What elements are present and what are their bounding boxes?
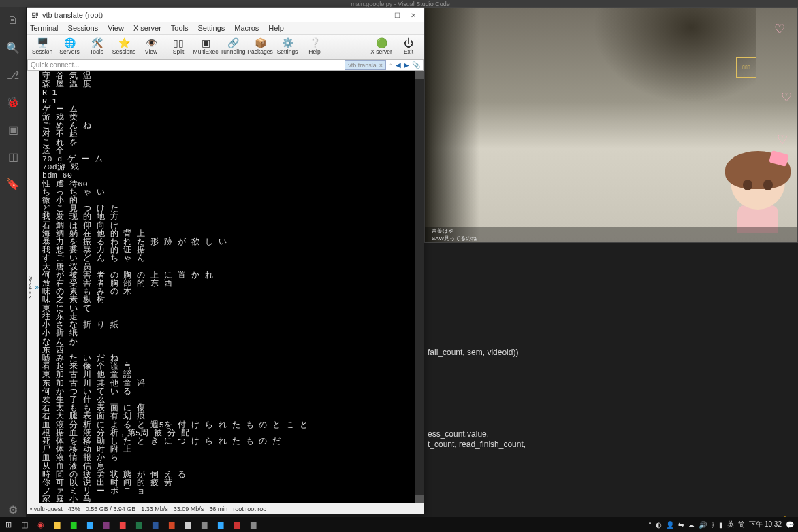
vscode-title: main.google.py - Visual Studio Code <box>351 1 449 7</box>
heart-icon: ♡ <box>774 22 785 37</box>
windows-taskbar: ⊞ ◫ ◉ ▆ ▆ ▆ ▆ ▆ ▆ ▆ ▆ ▆ ▆ ▆ ▆ ▆ ˄ ◐ 👤 ⇆ … <box>0 517 798 532</box>
test-icon[interactable]: ◫ <box>5 149 20 164</box>
moba-status-3: 1.33 Mb/s <box>141 505 168 512</box>
toolbar-split-button[interactable]: ▯▯Split <box>165 35 192 59</box>
app-icon-3[interactable]: ▆ <box>229 517 245 532</box>
extensions-icon[interactable]: ▣ <box>5 122 20 137</box>
moba-status-1: 43% <box>68 505 80 512</box>
tray-up-icon[interactable]: ˄ <box>648 521 652 529</box>
gear-icon[interactable]: ⚙ <box>5 502 20 517</box>
tray-bt-icon[interactable]: ᛒ <box>711 521 715 529</box>
tray-ime-lang[interactable]: 英 <box>727 520 734 529</box>
folder-icon[interactable]: ▆ <box>49 517 65 532</box>
toolbar-help-button[interactable]: ❔Help <box>301 35 328 59</box>
ppt-icon[interactable]: ▆ <box>163 517 180 532</box>
scm-icon[interactable]: ⎇ <box>5 67 20 82</box>
terminal-icon[interactable]: ▆ <box>180 517 196 532</box>
app-icon-2[interactable]: ▆ <box>196 517 212 532</box>
moba-toolbar: 🖥️Session🌐Servers🛠️Tools⭐Sessions👁️View▯… <box>27 35 424 59</box>
quick-connect-placeholder: Quick connect... <box>31 61 80 69</box>
vscode-titlebar: main.google.py - Visual Studio Code <box>0 0 798 7</box>
vscode-activitybar: 🗎 🔍 ⎇ 🐞 ▣ ◫ 🔖 ⚙ <box>0 7 26 517</box>
video-overlay: ♡ ♡ ♡ ▯▯▯ 言葉はや SAW見ってるのね <box>424 7 798 243</box>
prev-icon[interactable]: ◀ <box>396 61 401 69</box>
chrome-icon[interactable]: ◉ <box>33 517 49 532</box>
tray-notif-icon[interactable]: 💬 <box>786 521 794 529</box>
vscode-icon[interactable]: ▆ <box>82 517 98 532</box>
menu-tools[interactable]: Tools <box>171 24 189 32</box>
search-icon[interactable]: 🔍 <box>5 40 20 55</box>
vscode-icon-2[interactable]: ▆ <box>212 517 229 532</box>
word-icon[interactable]: ▆ <box>147 517 163 532</box>
vtuber-avatar <box>724 155 792 237</box>
toolbar-sessions-button[interactable]: ⭐Sessions <box>110 35 138 59</box>
wechat-icon[interactable]: ▆ <box>65 517 82 532</box>
moba-quickconnect[interactable]: Quick connect... vtb transla× ⌂ ◀ ▶ 📎 <box>27 59 424 71</box>
tray-github-icon[interactable]: ◐ <box>656 521 662 529</box>
tray-time[interactable]: 下午 10:32 <box>749 520 782 529</box>
menu-help[interactable]: Help <box>268 24 284 32</box>
menu-settings[interactable]: Settings <box>198 24 225 32</box>
attach-icon[interactable]: 📎 <box>412 61 420 69</box>
maximize-button[interactable]: ☐ <box>389 10 404 20</box>
moba-menubar: Terminal Sessions View X server Tools Se… <box>27 22 424 35</box>
home-icon[interactable]: ⌂ <box>389 61 393 69</box>
game-hud: ▯▯▯ <box>736 57 756 78</box>
menu-xserver[interactable]: X server <box>133 24 161 32</box>
bookmark-icon[interactable]: 🔖 <box>5 176 20 191</box>
system-tray: ˄ ◐ 👤 ⇆ ☁ 🔊 ᛒ ▮ 英 简 下午 10:32 💬 <box>648 520 798 529</box>
next-icon[interactable]: ▶ <box>404 61 409 69</box>
tray-batt-icon[interactable]: ▮ <box>719 521 723 529</box>
heart-icon: ♡ <box>777 132 788 147</box>
toolbar-settings-button[interactable]: ⚙️Settings <box>274 35 301 59</box>
moba-status-6: root root roo <box>233 505 266 512</box>
side-sessions[interactable]: Sessions <box>27 276 33 298</box>
menu-view[interactable]: View <box>108 24 124 32</box>
moba-status-4: 33.09 Mb/s <box>174 505 204 512</box>
toolbar-exit-button[interactable]: ⏻Exit <box>395 35 422 59</box>
app-icon[interactable]: ▆ <box>114 517 131 532</box>
moba-status-5: 36 min <box>209 505 227 512</box>
moba-titlebar[interactable]: 🖳 vtb translate (root) — ☐ ✕ <box>27 8 424 22</box>
app-icon-4[interactable]: ▆ <box>245 517 261 532</box>
tray-ime-mode[interactable]: 简 <box>738 520 745 529</box>
close-icon[interactable]: × <box>379 62 383 69</box>
terminal-output[interactable]: 守 谷 気 温 森 屋 温 度 R 1 R 1 ゲ ー ム 游 戏 类 ご め … <box>39 71 415 503</box>
onenote-icon[interactable]: ▆ <box>98 517 114 532</box>
tray-people-icon[interactable]: 👤 <box>666 521 674 529</box>
moba-app-icon: 🖳 <box>30 10 39 20</box>
moba-status-2: 0.55 GB / 3.94 GB <box>86 505 136 512</box>
toolbar-xserver-button[interactable]: 🟢X server <box>368 35 395 59</box>
side-arrow-icon[interactable]: » <box>35 284 39 291</box>
tray-cloud-icon[interactable]: ☁ <box>688 521 695 529</box>
toolbar-session-button[interactable]: 🖥️Session <box>29 35 56 59</box>
toolbar-tools-button[interactable]: 🛠️Tools <box>83 35 110 59</box>
tray-vol-icon[interactable]: 🔊 <box>699 521 707 529</box>
tray-net-icon[interactable]: ⇆ <box>678 521 684 529</box>
toolbar-packages-button[interactable]: 📦Packages <box>246 35 274 59</box>
toolbar-view-button[interactable]: 👁️View <box>138 35 165 59</box>
mobaxterm-window: 🖳 vtb translate (root) — ☐ ✕ Terminal Se… <box>27 7 424 514</box>
menu-sessions[interactable]: Sessions <box>68 24 99 32</box>
moba-status-0: • vultr-guest <box>30 505 63 512</box>
moba-sidebar: » Sessions ★ Tools 🔧 Macros ✎ Sftp ● <box>27 71 39 503</box>
heart-icon: ♡ <box>781 90 792 105</box>
toolbar-tunneling-button[interactable]: 🔗Tunneling <box>219 35 246 59</box>
moba-statusbar: • vultr-guest43%0.55 GB / 3.94 GB1.33 Mb… <box>27 503 424 514</box>
menu-terminal[interactable]: Terminal <box>30 24 59 32</box>
close-button[interactable]: ✕ <box>406 10 421 20</box>
video-caption: 言葉はや SAW見ってるのね <box>425 227 797 242</box>
start-button[interactable]: ⊞ <box>0 517 16 532</box>
excel-icon[interactable]: ▆ <box>131 517 147 532</box>
files-icon[interactable]: 🗎 <box>5 13 20 28</box>
terminal-scrollbar[interactable] <box>415 71 424 503</box>
debug-icon[interactable]: 🐞 <box>5 95 20 110</box>
toolbar-servers-button[interactable]: 🌐Servers <box>56 35 83 59</box>
menu-macros[interactable]: Macros <box>234 24 259 32</box>
minimize-button[interactable]: — <box>373 10 388 20</box>
taskview-icon[interactable]: ◫ <box>16 517 33 532</box>
toolbar-multiexec-button[interactable]: ▣MultiExec <box>192 35 219 59</box>
moba-title-text: vtb translate (root) <box>42 11 103 19</box>
terminal-tab[interactable]: vtb transla× <box>345 60 386 70</box>
